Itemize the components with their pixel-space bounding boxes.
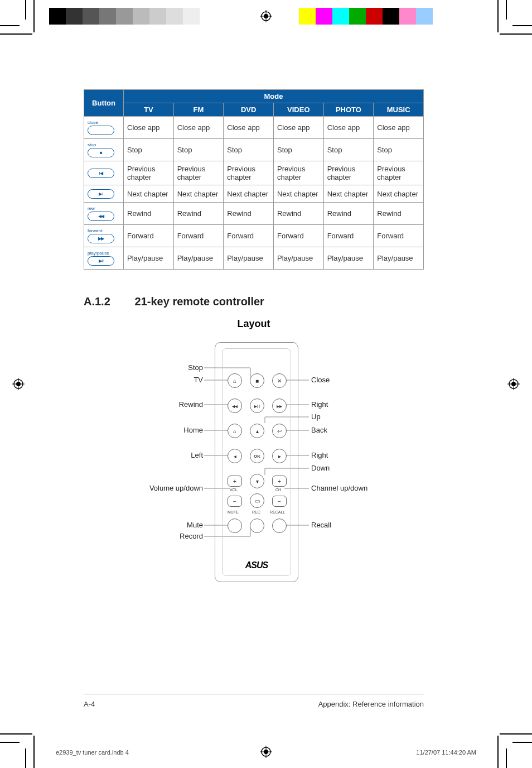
btn-rewind-icon: ◂◂ [228,399,242,413]
mode-cell: Play/pause [224,247,274,270]
page-number: A-4 [84,700,95,708]
rec-text: REC [252,510,260,514]
mode-cell: Forward [323,225,374,247]
label-ch: Channel up/down [311,484,367,492]
registration-mark-icon [260,10,272,22]
btn-play-icon: ▸ıı [250,399,264,413]
brand-logo: ASUS [215,560,298,570]
label-back: Back [311,426,327,434]
footer-title: Appendix: Reference information [318,700,424,708]
btn-image-icon: ▭ [250,493,264,508]
mode-cell: Play/pause [323,247,374,270]
button-cell: ▶I [84,185,124,203]
heading-number: A.1.2 [84,295,132,308]
remote-outline: ⌂ ■ ✕ ◂◂ ▸ıı ▸▸ ⌂ ▴ ↩ ◂ OK ▸ + ▾ + VOL C… [215,342,298,582]
mode-cell: Forward [124,225,174,247]
recall-text: RECALL [270,510,285,514]
label-right-b: Right [311,451,328,459]
mode-cell: Close app [374,117,424,139]
label-left: Left [187,451,203,459]
btn-ok: OK [250,449,264,463]
th-mode-music: MUSIC [374,103,424,117]
label-close: Close [311,376,330,384]
th-button: Button [84,90,124,117]
btn-rec [250,519,264,533]
table-row: rew◀◀RewindRewindRewindRewindRewindRewin… [84,203,424,225]
label-right-a: Right [311,400,328,409]
section-heading: A.1.2 21-key remote controller [84,295,424,308]
mode-cell: Close app [323,117,374,139]
registration-mark-icon [12,378,25,390]
mode-cell: Stop [224,139,274,161]
slug-file: e2939_tv tuner card.indb 4 [56,749,129,756]
mode-cell: Rewind [273,203,323,225]
mode-cell: Previous chapter [173,161,224,185]
btn-back-icon: ↩ [272,424,287,438]
mode-cell: Forward [374,225,424,247]
mode-cell: Rewind [124,203,174,225]
remote-diagram: Stop TV Rewind Home Left Volume up/down … [84,337,424,593]
btn-forward-icon: ▸▸ [272,399,287,413]
mode-cell: Play/pause [173,247,224,270]
mode-cell: Next chapter [273,185,323,203]
grayscale-swatches [49,8,200,25]
btn-ch-up-icon: + [272,476,287,487]
label-stop: Stop [184,363,203,372]
button-cell: close [84,117,124,139]
btn-down-icon: ▾ [250,474,264,488]
mode-cell: Stop [323,139,374,161]
mode-cell: Close app [173,117,224,139]
color-swatches [299,8,433,25]
vol-text: VOL [230,488,238,492]
btn-ch-down-icon: − [272,496,287,507]
th-mode-fm: FM [173,103,224,117]
label-vol: Volume up/down [143,484,203,492]
mode-cell: Stop [124,139,174,161]
ch-text: CH [275,488,281,492]
mode-cell: Play/pause [273,247,323,270]
label-recall: Recall [311,521,331,529]
mode-cell: Next chapter [124,185,174,203]
mode-cell: Close app [224,117,274,139]
heading-title: 21-key remote controller [135,295,264,308]
mode-cell: Rewind [173,203,224,225]
btn-stop-icon: ■ [250,373,264,388]
label-up: Up [311,412,321,421]
button-cell: play/pause▶II [84,247,124,270]
mode-cell: Next chapter [374,185,424,203]
btn-vol-down-icon: − [228,496,242,507]
mode-cell: Forward [224,225,274,247]
btn-vol-up-icon: + [228,476,242,487]
mode-cell: Rewind [374,203,424,225]
btn-recall [272,519,287,533]
mute-text: MUTE [228,510,239,514]
th-mode-video: VIDEO [273,103,323,117]
button-mode-table: Button Mode TVFMDVDVIDEOPHOTOMUSIC close… [84,89,424,270]
button-cell: rew◀◀ [84,203,124,225]
slug-time: 11/27/07 11:44:20 AM [416,749,476,756]
mode-cell: Stop [173,139,224,161]
mode-cell: Previous chapter [224,161,274,185]
mode-cell: Play/pause [374,247,424,270]
btn-tv-icon: ⌂ [228,373,242,388]
btn-mute [228,519,242,533]
mode-cell: Previous chapter [124,161,174,185]
btn-home-icon: ⌂ [228,424,242,438]
layout-subheading: Layout [84,318,424,330]
mode-cell: Previous chapter [374,161,424,185]
mode-cell: Rewind [224,203,274,225]
mode-cell: Forward [273,225,323,247]
btn-left-icon: ◂ [228,449,242,463]
btn-right-icon: ▸ [272,449,287,463]
button-cell: stop■ [84,139,124,161]
table-row: I◀Previous chapterPrevious chapterPrevio… [84,161,424,185]
mode-cell: Next chapter [173,185,224,203]
th-mode-dvd: DVD [224,103,274,117]
table-row: play/pause▶IIPlay/pausePlay/pausePlay/pa… [84,247,424,270]
label-down: Down [311,464,330,472]
mode-cell: Previous chapter [323,161,374,185]
mode-cell: Rewind [323,203,374,225]
btn-up-icon: ▴ [250,424,264,438]
button-cell: forward▶▶ [84,225,124,247]
mode-cell: Play/pause [124,247,174,270]
